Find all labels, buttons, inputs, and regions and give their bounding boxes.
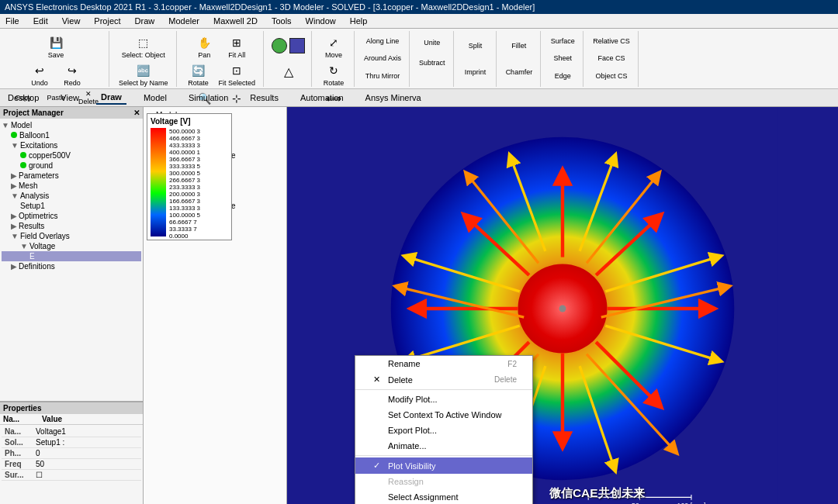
toolbar-group-cs: Relative CS Face CS Object CS — [585, 31, 639, 87]
unite-button[interactable]: Unite — [417, 37, 448, 48]
prop-sol-value: Setup1 : — [33, 437, 68, 447]
tree-definitions[interactable]: ▶Definitions — [2, 261, 141, 271]
split-button[interactable]: Split — [460, 40, 491, 51]
legend-val-4: 366.6667 3 — [169, 156, 200, 163]
legend-val-12: 100.0000 5 — [169, 212, 200, 219]
imprint-label: Imprint — [465, 68, 487, 76]
triangle-shape-icon[interactable]: △ — [281, 64, 296, 80]
relative-cs-button[interactable]: Relative CS — [590, 36, 633, 47]
properties-panel: Properties Na... Value Na... Voltage1 So… — [0, 402, 143, 504]
tree-excitations[interactable]: ▼Excitations — [2, 140, 141, 150]
tab-draw[interactable]: Draw — [96, 91, 126, 105]
cm-set-context[interactable]: Set Context To Active Window — [355, 407, 532, 423]
subtract-button[interactable]: Subtract — [416, 57, 448, 68]
legend-val-13: 66.6667 7 — [169, 219, 200, 226]
chamfer-button[interactable]: Chamfer — [503, 67, 536, 78]
tab-model[interactable]: Model — [139, 91, 171, 104]
cm-delete[interactable]: ✕ Delete Delete — [355, 371, 532, 388]
fit-selected-button[interactable]: ⊡ Fit Selected — [216, 60, 259, 88]
select-object-button[interactable]: ⬚ Select: Object — [119, 33, 168, 60]
tree-copper500v[interactable]: copper500V — [2, 150, 141, 161]
circle-shape-icon[interactable] — [272, 38, 287, 54]
tab-view[interactable]: View — [56, 91, 84, 104]
menu-project[interactable]: Project — [92, 16, 123, 26]
cm-plot-visibility[interactable]: ✓ Plot Visibility — [355, 457, 532, 474]
object-cs-button[interactable]: Object CS — [592, 71, 630, 81]
tab-desktop[interactable]: Desktop — [3, 91, 43, 104]
select-by-name-button[interactable]: 🔤 Select by Name — [116, 60, 171, 88]
undo-button[interactable]: ↩ Undo — [24, 60, 55, 88]
tree-setup1[interactable]: Setup1 — [2, 201, 141, 211]
fit-all-button[interactable]: ⊞ Fit All — [221, 33, 252, 60]
legend-val-11: 133.3333 3 — [169, 205, 200, 212]
face-cs-button[interactable]: Face CS — [594, 53, 628, 64]
cm-export-plot[interactable]: Export Plot... — [355, 423, 532, 438]
edge-button[interactable]: Edge — [547, 71, 578, 81]
rotate-button[interactable]: 🔄 Rotate — [183, 60, 214, 88]
tree-model[interactable]: ▼Model — [2, 120, 141, 130]
cm-select-assignment[interactable]: Select Assignment — [355, 489, 532, 504]
fillet-button[interactable]: Fillet — [504, 40, 535, 51]
pan-button[interactable]: ✋ Pan — [189, 33, 220, 60]
around-axis-button[interactable]: Around Axis — [361, 53, 404, 64]
tab-simulation[interactable]: Simulation — [184, 91, 233, 104]
prop-ph-label: Ph... — [2, 448, 33, 458]
viewport[interactable]: x y z 50 100 [mm] 微信CAE共创未来 — [287, 107, 838, 504]
surface-button[interactable]: Surface — [547, 36, 578, 47]
rotate-icon: 🔄 — [190, 62, 207, 79]
select-by-name-label: Select by Name — [119, 79, 168, 87]
edge-label: Edge — [555, 72, 571, 80]
menu-window[interactable]: Window — [303, 16, 338, 26]
menu-file[interactable]: File — [3, 16, 22, 26]
expand-icon: ▶ — [11, 181, 17, 190]
intersect-button[interactable] — [417, 78, 448, 81]
tree-balloon1[interactable]: Balloon1 — [2, 130, 141, 140]
menu-modeler[interactable]: Modeler — [166, 16, 202, 26]
tree-results[interactable]: ▶Results — [2, 221, 141, 231]
undo-icon: ↩ — [31, 62, 48, 79]
cm-animate[interactable]: Animate... — [355, 438, 532, 454]
title-text: ANSYS Electronics Desktop 2021 R1 - 3.1c… — [5, 2, 535, 12]
surface-label: Surface — [551, 37, 575, 45]
legend-val-3: 400.0000 1 — [169, 149, 200, 156]
cm-rename[interactable]: Rename F2 — [355, 356, 532, 371]
col-value-header: Value — [42, 415, 62, 423]
menu-maxwell2d[interactable]: Maxwell 2D — [211, 16, 260, 26]
tree-parameters[interactable]: ▶Parameters — [2, 171, 141, 181]
menu-view[interactable]: View — [60, 16, 83, 26]
sheet-button[interactable]: Sheet — [547, 53, 578, 64]
tree-ground[interactable]: ground — [2, 161, 141, 171]
cm-check-delete: ✕ — [371, 375, 382, 385]
tab-results[interactable]: Results — [245, 91, 283, 104]
menu-tools[interactable]: Tools — [269, 16, 294, 26]
fit-selected-label: Fit Selected — [219, 79, 256, 87]
cm-export-plot-label: Export Plot... — [388, 426, 437, 435]
menu-help[interactable]: Help — [348, 16, 370, 26]
cm-modify-plot[interactable]: Modify Plot... — [355, 392, 532, 407]
rotate2-button[interactable]: ↻ Rotate — [318, 60, 349, 88]
along-line-button[interactable]: Along Line — [363, 36, 403, 47]
middle-panel: ▼Model ▼Sheets ▼copper ▼copper CreateCir… — [144, 107, 287, 504]
imprint-button[interactable]: Imprint — [460, 67, 491, 78]
properties-table: Na... Voltage1 Sol... Setup1 : Ph... 0 F… — [0, 425, 143, 482]
tree-analysis[interactable]: ▼Analysis — [2, 191, 141, 201]
move-button[interactable]: ⤢ Move — [318, 33, 349, 60]
tab-automation[interactable]: Automation — [296, 91, 348, 104]
menu-draw[interactable]: Draw — [133, 16, 158, 26]
prop-row-ph: Ph... 0 — [2, 448, 141, 459]
redo-button[interactable]: ↪ Redo — [57, 60, 88, 88]
tab-ansys-minerva[interactable]: Ansys Minerva — [361, 91, 426, 104]
tree-e[interactable]: E — [2, 251, 141, 261]
rotate2-icon: ↻ — [325, 62, 342, 79]
thru-mirror-button[interactable]: Thru Mirror — [362, 71, 403, 81]
toolbar-group-split: Split Imprint — [455, 31, 497, 87]
tree-mesh[interactable]: ▶Mesh — [2, 181, 141, 191]
tree-field-overlays[interactable]: ▼Field Overlays — [2, 231, 141, 241]
context-menu: Rename F2 ✕ Delete Delete Modify Plot...… — [355, 355, 533, 504]
pm-close-icon[interactable]: ✕ — [133, 109, 140, 117]
tree-voltage[interactable]: ▼Voltage — [2, 241, 141, 251]
menu-edit[interactable]: Edit — [31, 16, 50, 26]
rect-shape-icon[interactable] — [289, 38, 305, 54]
save-button[interactable]: 💾 Save — [40, 33, 71, 60]
tree-optimetrics[interactable]: ▶Optimetrics — [2, 211, 141, 221]
